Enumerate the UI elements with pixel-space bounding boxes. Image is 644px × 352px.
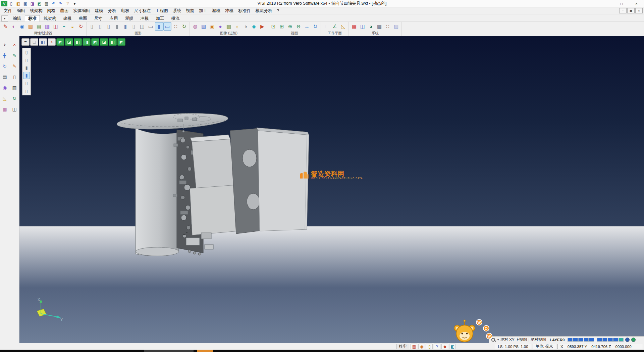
color-filter-icon[interactable]: ▧: [26, 22, 35, 31]
menu-item[interactable]: 系统: [170, 7, 183, 14]
menu-item[interactable]: 视窗: [183, 7, 197, 14]
rotate-view-icon[interactable]: ↻: [311, 22, 319, 31]
color-palette-icon[interactable]: ▦: [350, 22, 358, 31]
shaded-edges-cylinder-icon[interactable]: ▮: [121, 22, 129, 31]
lock-toggle-button[interactable]: 拴牢: [396, 344, 409, 349]
view-iso-icon[interactable]: ◩: [56, 38, 64, 46]
ribbon-tab[interactable]: 尺寸: [91, 15, 106, 21]
globe-status-icon[interactable]: [631, 338, 636, 342]
view-dynamic-icon[interactable]: ◩: [117, 38, 125, 46]
menu-item[interactable]: 标准件: [236, 7, 253, 14]
show-vertices-icon[interactable]: ∷: [172, 22, 180, 31]
help-icon[interactable]: ?: [64, 1, 71, 6]
dashed-hidden-cylinder-icon[interactable]: ▯: [105, 22, 113, 31]
bounding-box-icon[interactable]: ▭: [147, 22, 155, 31]
material-icon[interactable]: ●: [216, 22, 224, 31]
type-filter-icon[interactable]: ▥: [43, 22, 51, 31]
reset-filters-icon[interactable]: ↻: [77, 22, 85, 31]
menu-item[interactable]: 冲模: [223, 7, 236, 14]
ribbon-tab[interactable]: 塑膜: [122, 15, 137, 21]
screen-capture-icon[interactable]: ▣: [208, 22, 216, 31]
chart-status-icon[interactable]: [625, 338, 630, 342]
ribbon-tab[interactable]: 线架构: [40, 15, 60, 21]
zoom-fit-icon[interactable]: ⊡: [269, 22, 277, 31]
view-left-icon[interactable]: ◪: [100, 38, 108, 46]
close-button[interactable]: ×: [629, 0, 644, 7]
status-help-icon[interactable]: ?: [434, 344, 440, 349]
ribbon-tab[interactable]: 模流: [168, 15, 183, 21]
customize-quick-access-icon[interactable]: ▾: [71, 1, 78, 6]
sketch-tool-icon[interactable]: ✎: [11, 62, 18, 70]
ribbon-tab[interactable]: 建模: [60, 15, 75, 21]
menu-item[interactable]: 网格: [45, 7, 58, 14]
menu-item[interactable]: 编辑: [14, 7, 28, 14]
menu-item[interactable]: 尺寸标注: [132, 7, 153, 14]
wireframe-cylinder-icon[interactable]: ▯: [88, 22, 96, 31]
filter-solids-icon[interactable]: ▮: [23, 64, 30, 71]
undo-icon[interactable]: ↶: [50, 1, 57, 6]
grid-settings-icon[interactable]: ▩: [375, 22, 383, 31]
status-notes-icon[interactable]: ▯: [426, 344, 433, 349]
menu-item[interactable]: 曲面: [58, 7, 71, 14]
selection-filter-icon[interactable]: ◫: [52, 22, 60, 31]
edit-geometry-icon[interactable]: ✎: [11, 51, 18, 59]
export-icon[interactable]: ◩: [36, 1, 43, 6]
quick-filter-icon[interactable]: ◓: [60, 22, 68, 31]
modify-properties-icon[interactable]: ✎: [1, 22, 9, 31]
status-grid-icon[interactable]: ▦: [411, 344, 417, 349]
shaded-pair-icon[interactable]: ◧: [39, 38, 47, 46]
move-tool-icon[interactable]: ╋: [1, 51, 9, 59]
status-snap-icon[interactable]: ◉: [418, 344, 425, 349]
minimize-button[interactable]: −: [599, 0, 614, 7]
render-mode-icon[interactable]: ◍: [191, 22, 199, 31]
ribbon-tab[interactable]: 应用: [106, 15, 121, 21]
shaded-cylinder-icon[interactable]: ▮: [113, 22, 121, 31]
axis-toggle-icon[interactable]: ⌖: [48, 38, 56, 46]
ribbon-tab[interactable]: 冲模: [137, 15, 152, 21]
view-mode-button[interactable]: 绝对视图: [531, 337, 546, 342]
maximize-button[interactable]: □: [614, 0, 629, 7]
view-orientation-button[interactable]: 绝对 XY 上视图: [500, 337, 527, 342]
background-image-icon[interactable]: ▧: [200, 22, 208, 31]
status-redline-icon[interactable]: ◆: [441, 344, 448, 349]
notes-icon[interactable]: ▯: [11, 73, 18, 81]
sheet-icon[interactable]: ▥: [11, 84, 18, 91]
ruler-tool-icon[interactable]: ◺: [1, 94, 9, 102]
white-background-icon[interactable]: □: [30, 38, 38, 46]
menu-item[interactable]: ?: [275, 7, 282, 14]
view-bottom-icon[interactable]: ◧: [109, 38, 117, 46]
3d-model-fixture[interactable]: [19, 36, 644, 343]
ribbon-tab[interactable]: 标准: [25, 15, 40, 21]
open-document-icon[interactable]: ◧: [15, 1, 21, 6]
view-menu-icon[interactable]: ≡: [21, 38, 30, 46]
menu-item[interactable]: 线架构: [28, 7, 45, 14]
shadow-icon[interactable]: ◑: [241, 22, 250, 31]
menu-item[interactable]: 文件: [1, 7, 14, 14]
filter-all-icon[interactable]: ▯: [23, 49, 30, 56]
chart-tool-icon[interactable]: ▦: [1, 105, 9, 113]
view-top-icon[interactable]: ◪: [65, 38, 73, 46]
ribbon-tab[interactable]: 加工: [153, 15, 168, 21]
filter-mesh-icon[interactable]: ▯: [23, 80, 30, 87]
child-close-button[interactable]: ×: [635, 8, 643, 13]
view-search-dropdown-icon[interactable]: ▾: [497, 338, 499, 341]
zoom-out-icon[interactable]: ⊖: [294, 22, 303, 31]
redo-icon[interactable]: ↷: [57, 1, 64, 6]
hidden-line-cylinder-icon[interactable]: ▯: [96, 22, 104, 31]
view-front-icon[interactable]: ◧: [74, 38, 82, 46]
workplane-align-icon[interactable]: ∟: [322, 22, 330, 31]
status-3d-icon[interactable]: ◧: [449, 344, 456, 349]
menu-item[interactable]: 模流分析: [253, 7, 275, 14]
visi-logo-icon[interactable]: V: [1, 1, 7, 6]
transparent-cylinder-icon[interactable]: ▯: [130, 22, 138, 31]
save-icon[interactable]: ▣: [22, 1, 29, 6]
edges-on-icon[interactable]: ▭: [163, 22, 171, 31]
profile-settings-icon[interactable]: ▨: [392, 22, 400, 31]
child-restore-button[interactable]: ▣: [627, 8, 635, 13]
tab-overflow-button[interactable]: ▼: [1, 15, 8, 21]
workplane-dynamic-icon[interactable]: ◺: [339, 22, 347, 31]
import-icon[interactable]: ◨: [29, 1, 36, 6]
3d-viewport[interactable]: ≡□◧⌖◩◪◧◨◩◪◧◩ ▯▯▮▮▯▯: [19, 36, 644, 343]
menu-item[interactable]: 塑模: [210, 7, 223, 14]
workplane-3points-icon[interactable]: ∠: [331, 22, 339, 31]
